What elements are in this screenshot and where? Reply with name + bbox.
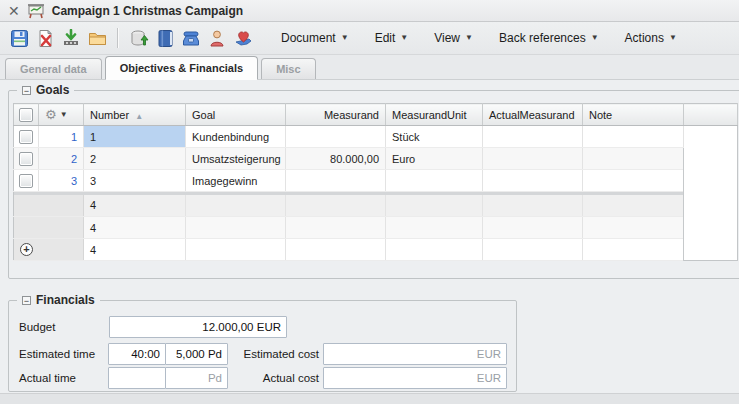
tab-content: − Goals ⚙▼ Number▲ Goal Measurand Measur… [0,80,739,393]
save-icon[interactable] [6,26,32,50]
column-header-note[interactable]: Note [583,104,684,126]
estimated-cost-label: Estimated cost [237,343,319,365]
cell-measurand[interactable] [286,126,386,148]
dropdown-caret-icon: ▼ [60,111,68,119]
cell-goal[interactable] [186,217,286,239]
menu-view[interactable]: View▼ [421,27,486,49]
checkbox-icon [19,174,33,188]
actual-time-input[interactable] [108,367,166,389]
cell-number[interactable]: 3 [84,170,186,192]
menu-actions[interactable]: Actions▼ [612,27,690,49]
cell-measurand-unit[interactable] [386,217,483,239]
phone-icon[interactable] [178,26,204,50]
toolbar: Document▼ Edit▼ View▼ Back references▼ A… [0,22,739,55]
cell-actual-measurand[interactable] [483,170,583,192]
collapse-financials-icon[interactable]: − [22,296,31,305]
row-checkbox-cell[interactable] [14,126,39,148]
cell-note[interactable] [583,195,684,217]
column-header-number[interactable]: Number▲ [84,104,186,126]
column-header-measurand-unit[interactable]: MeasurandUnit [386,104,483,126]
column-header-goal[interactable]: Goal [186,104,286,126]
row-checkbox-cell[interactable] [14,170,39,192]
dropdown-caret-icon: ▼ [465,34,473,42]
contact-person-icon[interactable] [204,26,230,50]
checkbox-icon [19,130,33,144]
tab-objectives-financials[interactable]: Objectives & Financials [105,56,259,80]
import-row-icon[interactable] [58,26,84,50]
cell-goal[interactable]: Umsatzsteigerung [186,148,286,170]
cell-measurand[interactable] [286,239,386,261]
cell-number-selected[interactable]: 1 [84,126,186,148]
collapse-goals-icon[interactable]: − [22,86,31,95]
grid-settings-button[interactable]: ⚙▼ [39,104,84,126]
cell-measurand-unit[interactable] [386,195,483,217]
checkbox-icon [19,108,33,122]
menu-back-references[interactable]: Back references▼ [486,27,612,49]
actual-cost-input[interactable] [323,367,507,389]
actual-time-label: Actual time [19,367,76,389]
open-folder-icon[interactable] [84,26,110,50]
add-row-gutter: + [14,239,84,261]
cell-goal[interactable]: Imagegewinn [186,170,286,192]
sponsoring-heart-icon[interactable] [230,26,256,50]
close-icon[interactable]: ✕ [8,4,20,18]
dropdown-caret-icon: ▼ [341,34,349,42]
dropdown-caret-icon: ▼ [400,34,408,42]
actual-person-days-input[interactable] [165,367,228,389]
cell-measurand-unit[interactable] [386,170,483,192]
estimated-person-days-input[interactable] [165,343,228,365]
row-index-link[interactable]: 1 [39,126,84,148]
goal-row-2: 2 2 Umsatzsteigerung 80.000,00 Euro [14,148,738,170]
cell-measurand-unit[interactable] [386,239,483,261]
cell-note[interactable] [583,239,684,261]
campaign-window-icon [27,3,45,19]
cell-note[interactable] [583,217,684,239]
cell-measurand[interactable] [286,170,386,192]
cell-measurand-unit[interactable]: Stück [386,126,483,148]
column-header-filler [684,104,738,126]
new-goal-row-3: + 4 [14,239,738,261]
cell-measurand[interactable]: 80.000,00 [286,148,386,170]
cell-note[interactable] [583,170,684,192]
database-commit-icon[interactable] [126,26,152,50]
select-all-checkbox[interactable] [14,104,39,126]
address-book-icon[interactable] [152,26,178,50]
goals-table: ⚙▼ Number▲ Goal Measurand MeasurandUnit … [13,103,738,261]
estimated-cost-input[interactable] [323,343,507,365]
cell-number[interactable]: 4 [84,195,186,217]
cell-number[interactable]: 4 [84,217,186,239]
cell-measurand[interactable] [286,217,386,239]
tab-general-data[interactable]: General data [5,58,102,79]
cell-actual-measurand[interactable] [483,217,583,239]
tab-misc[interactable]: Misc [261,58,315,79]
financials-section: − Financials Budget Estimated time Estim… [8,300,517,392]
cell-goal[interactable] [186,239,286,261]
cell-goal[interactable] [186,195,286,217]
row-index-link[interactable]: 3 [39,170,84,192]
toolbar-separator [117,28,119,48]
budget-input[interactable] [109,316,287,338]
cell-measurand-unit[interactable]: Euro [386,148,483,170]
menu-edit[interactable]: Edit▼ [362,27,422,49]
dropdown-caret-icon: ▼ [591,34,599,42]
menu-document[interactable]: Document▼ [268,27,362,49]
cell-actual-measurand[interactable] [483,195,583,217]
cell-measurand[interactable] [286,195,386,217]
column-header-measurand[interactable]: Measurand [286,104,386,126]
delete-document-icon[interactable] [32,26,58,50]
column-header-actual-measurand[interactable]: ActualMeasurand [483,104,583,126]
cell-note[interactable] [583,148,684,170]
cell-number[interactable]: 4 [84,239,186,261]
financials-legend: Financials [36,293,95,307]
cell-number[interactable]: 2 [84,148,186,170]
estimated-time-input[interactable] [108,343,166,365]
bottom-status-strip [0,393,739,404]
cell-actual-measurand[interactable] [483,126,583,148]
row-index-link[interactable]: 2 [39,148,84,170]
cell-actual-measurand[interactable] [483,148,583,170]
cell-note[interactable] [583,126,684,148]
cell-actual-measurand[interactable] [483,239,583,261]
cell-goal[interactable]: Kundenbindung [186,126,286,148]
add-row-button[interactable]: + [20,243,33,256]
row-checkbox-cell[interactable] [14,148,39,170]
